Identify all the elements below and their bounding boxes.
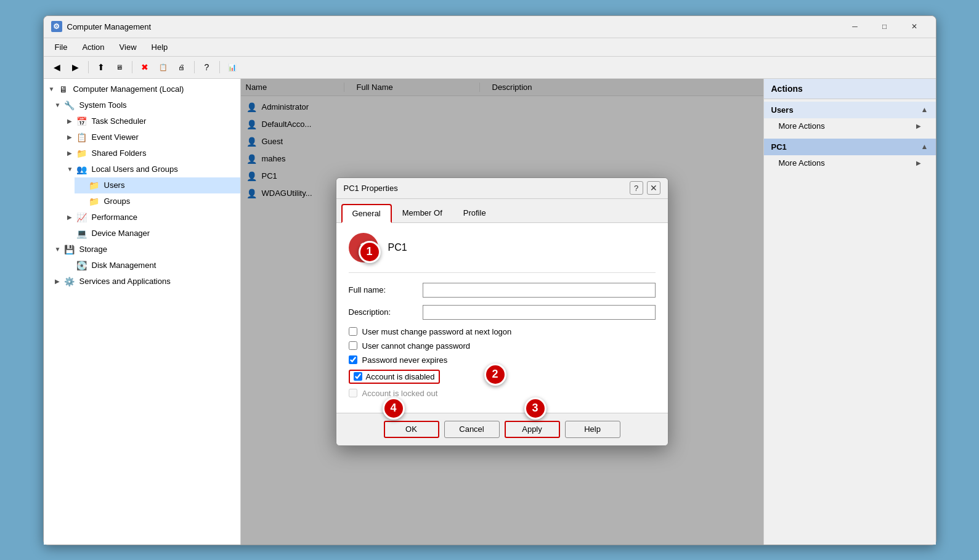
- help-dialog-button[interactable]: Help: [565, 421, 620, 438]
- dialog-pc1-properties: 1 PC1 Properties ? ✕ General Member Of P…: [336, 177, 668, 446]
- sidebar-item-storage[interactable]: ▼ 💾 Storage: [50, 241, 240, 258]
- full-name-label: Full name:: [349, 285, 423, 294]
- actions-more-actions-users[interactable]: More Actions ▶: [764, 118, 936, 134]
- task-scheduler-arrow: ▶: [67, 118, 76, 124]
- cb-cannot-change-password[interactable]: [349, 341, 357, 350]
- system-tools-arrow: ▼: [55, 102, 63, 108]
- account-disabled-wrapper: Account is disabled: [349, 370, 440, 384]
- cb-account-disabled-label[interactable]: Account is disabled: [366, 372, 435, 381]
- sidebar-item-device-manager[interactable]: 💻 Device Manager: [62, 225, 240, 241]
- cancel-button[interactable]: Cancel: [444, 421, 500, 438]
- system-tools-icon: 🔧: [63, 99, 76, 112]
- cb-password-never-expires[interactable]: [349, 355, 357, 364]
- title-bar: ⚙ Computer Management ─ □ ✕: [44, 16, 936, 38]
- cb-password-never-expires-label[interactable]: Password never expires: [362, 355, 448, 365]
- step-badge-2: 2: [484, 363, 506, 386]
- device-manager-label: Device Manager: [92, 229, 150, 238]
- maximize-button[interactable]: □: [871, 17, 899, 36]
- description-input[interactable]: [423, 305, 656, 320]
- dialog-tabs: General Member Of Profile: [336, 199, 668, 223]
- menu-bar: File Action View Help: [44, 38, 936, 57]
- step-badge-1: 1: [359, 241, 381, 263]
- sidebar-root[interactable]: ▼ 🖥 Computer Management (Local): [44, 81, 240, 97]
- show-hide-button[interactable]: 🖥: [111, 59, 128, 75]
- cb-cannot-change-password-label[interactable]: User cannot change password: [362, 341, 471, 351]
- cb-must-change-password[interactable]: [349, 327, 357, 336]
- forward-button[interactable]: ▶: [67, 59, 84, 75]
- tab-member-of[interactable]: Member Of: [392, 204, 453, 222]
- services-label: Services and Applications: [79, 277, 171, 286]
- sidebar-item-shared-folders[interactable]: ▶ 📁 Shared Folders: [62, 145, 240, 161]
- sidebar-item-task-scheduler[interactable]: ▶ 📅 Task Scheduler: [62, 113, 240, 129]
- checkbox-row-1: User must change password at next logon: [349, 327, 656, 336]
- event-viewer-icon: 📋: [76, 131, 88, 144]
- checkbox-row-3: Password never expires: [349, 355, 656, 365]
- users-icon: 📁: [88, 179, 100, 192]
- properties-button[interactable]: 📋: [155, 59, 172, 75]
- local-users-arrow: ▼: [67, 166, 76, 172]
- shared-folders-arrow: ▶: [67, 150, 76, 156]
- tab-general[interactable]: General: [341, 204, 392, 223]
- more-actions-users-arrow: ▶: [916, 123, 921, 129]
- sidebar-item-users[interactable]: 📁 Users: [75, 177, 240, 193]
- disk-mgmt-icon: 💽: [76, 259, 88, 272]
- minimize-button[interactable]: ─: [841, 17, 869, 36]
- sidebar-item-services-applications[interactable]: ▶ ⚙️ Services and Applications: [50, 274, 240, 290]
- help-button[interactable]: ?: [198, 59, 216, 75]
- checkbox-row-2: User cannot change password: [349, 341, 656, 351]
- menu-action[interactable]: Action: [76, 40, 110, 54]
- menu-file[interactable]: File: [49, 40, 74, 54]
- toolbar-separator-1: [88, 61, 89, 73]
- dialog-close-button[interactable]: ✕: [647, 181, 660, 195]
- menu-help[interactable]: Help: [145, 40, 174, 54]
- cb-account-locked-out-label: Account is locked out: [362, 389, 438, 398]
- performance-label: Performance: [92, 213, 137, 222]
- sidebar-item-local-users-groups[interactable]: ▼ 👥 Local Users and Groups: [62, 161, 240, 177]
- close-button[interactable]: ✕: [900, 17, 928, 36]
- device-manager-icon: 💻: [76, 227, 88, 240]
- cb-must-change-password-label[interactable]: User must change password at next logon: [362, 327, 512, 336]
- cb-account-disabled[interactable]: [354, 372, 362, 381]
- tab-profile[interactable]: Profile: [453, 204, 497, 222]
- more-actions-pc1-arrow: ▶: [916, 160, 921, 166]
- user-header: 1 PC1: [349, 233, 656, 273]
- sidebar-item-event-viewer[interactable]: ▶ 📋 Event Viewer: [62, 129, 240, 145]
- services-icon: ⚙️: [63, 275, 76, 288]
- actions-section-users-title[interactable]: Users ▲: [764, 102, 936, 118]
- full-name-row: Full name:: [349, 283, 656, 298]
- root-arrow: ▼: [49, 86, 57, 92]
- apply-button[interactable]: Apply: [505, 421, 560, 438]
- storage-icon: 💾: [63, 243, 76, 256]
- shared-folders-label: Shared Folders: [92, 148, 147, 158]
- toolbar-separator-4: [219, 61, 220, 73]
- up-button[interactable]: ⬆: [92, 59, 110, 75]
- event-viewer-arrow: ▶: [67, 134, 76, 140]
- delete-button[interactable]: ✖: [136, 59, 153, 75]
- step-badge-4: 4: [383, 397, 405, 420]
- root-label: Computer Management (Local): [73, 84, 184, 94]
- users-section-arrow: ▲: [921, 105, 928, 114]
- content-area: ▼ 🖥 Computer Management (Local) ▼ 🔧 Syst…: [44, 79, 936, 545]
- actions-section-pc1-title[interactable]: PC1 ▲: [764, 139, 936, 155]
- main-window: ⚙ Computer Management ─ □ ✕ File Action …: [43, 15, 936, 545]
- toolbar: ◀ ▶ ⬆ 🖥 ✖ 📋 🖨 ? 📊: [44, 57, 936, 79]
- performance-arrow: ▶: [67, 214, 76, 221]
- sidebar-item-disk-management[interactable]: 💽 Disk Management: [62, 258, 240, 274]
- sidebar-item-groups[interactable]: 📁 Groups: [75, 193, 240, 209]
- storage-label: Storage: [79, 245, 108, 254]
- sidebar-item-system-tools[interactable]: ▼ 🔧 System Tools: [50, 97, 240, 113]
- dialog-help-button[interactable]: ?: [630, 181, 643, 195]
- menu-view[interactable]: View: [113, 40, 143, 54]
- actions-more-actions-pc1[interactable]: More Actions ▶: [764, 155, 936, 171]
- local-users-label: Local Users and Groups: [92, 164, 178, 174]
- groups-icon: 📁: [88, 195, 100, 208]
- print-button[interactable]: 🖨: [173, 59, 190, 75]
- actions-section-pc1: PC1 ▲ More Actions ▶: [764, 136, 936, 173]
- sidebar-item-performance[interactable]: ▶ 📈 Performance: [62, 209, 240, 225]
- ok-button[interactable]: OK: [384, 421, 439, 438]
- back-button[interactable]: ◀: [49, 59, 66, 75]
- dialog-title-bar: PC1 Properties ? ✕: [336, 178, 668, 199]
- actions-section-users: Users ▲ More Actions ▶: [764, 99, 936, 136]
- view-button[interactable]: 📊: [224, 59, 241, 75]
- full-name-input[interactable]: [423, 283, 656, 298]
